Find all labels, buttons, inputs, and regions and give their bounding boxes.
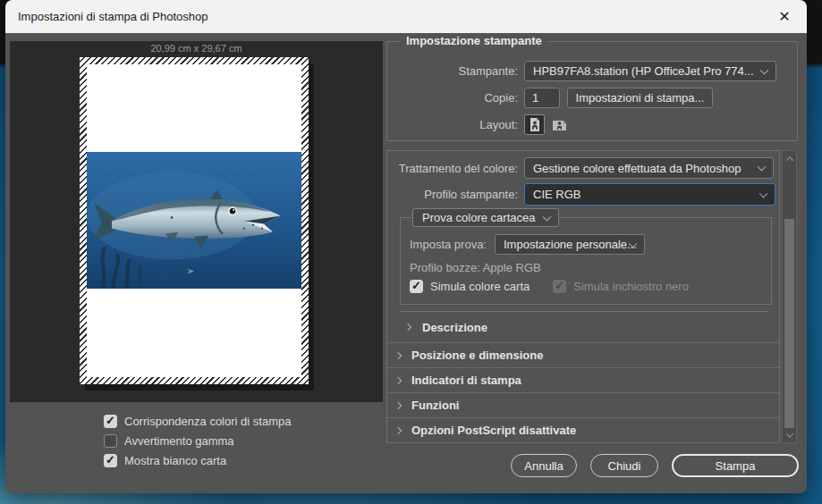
- chevron-right-icon: [394, 351, 402, 358]
- gamut-warning-option[interactable]: Avvertimento gamma: [104, 431, 291, 450]
- section-label: Funzioni: [411, 399, 459, 412]
- proof-setup-value: Impostazione personale...: [504, 238, 637, 251]
- printer-label: Stampante:: [387, 64, 518, 78]
- copies-label: Copie:: [387, 91, 518, 105]
- printer-profile-value: CIE RGB: [533, 188, 580, 201]
- landscape-orientation-icon: [552, 118, 567, 131]
- checkbox-label: Avvertimento gamma: [124, 434, 234, 448]
- proof-setup-select[interactable]: Impostazione personale...: [495, 234, 645, 255]
- window-title: Impostazioni di stampa di Photoshop: [18, 10, 208, 23]
- print-button[interactable]: Stampa: [672, 454, 799, 477]
- chevron-right-icon: [394, 401, 402, 408]
- chevron-right-icon: [404, 323, 411, 331]
- checkbox-label: Corrispondenza colori di stampa: [124, 415, 291, 428]
- layout-portrait-button[interactable]: [524, 114, 545, 135]
- section-printing-marks[interactable]: Indicatori di stampa: [387, 367, 779, 392]
- section-functions[interactable]: Funzioni: [387, 392, 779, 417]
- match-print-colors-option[interactable]: Corrispondenza colori di stampa: [104, 411, 291, 431]
- titlebar: Impostazioni di stampa di Photoshop ✕: [5, 0, 807, 33]
- chevron-down-icon: [759, 189, 768, 197]
- section-label: Posizione e dimensione: [411, 349, 543, 362]
- simulate-paper-color-label: Simula colore carta: [430, 280, 530, 293]
- accordion-sections: Posizione e dimensione Indicatori di sta…: [387, 342, 779, 442]
- barracuda-photo: [87, 152, 301, 289]
- proof-group: Prova colore cartacea Imposta prova: Imp…: [400, 217, 772, 305]
- cancel-button[interactable]: Annulla: [511, 454, 577, 477]
- scroll-up-icon[interactable]: [783, 152, 796, 165]
- chevron-right-icon: [394, 376, 402, 383]
- color-handling-value: Gestione colore effettuata da Photoshop: [533, 162, 741, 175]
- section-label: Opzioni PostScript disattivate: [411, 424, 576, 437]
- paper-printable-area: [87, 64, 301, 377]
- portrait-orientation-icon: [528, 117, 541, 132]
- section-description-label: Descrizione: [422, 321, 487, 334]
- close-button[interactable]: Chiudi: [590, 454, 658, 477]
- simulate-black-ink-label: Simula inchiostro nero: [573, 280, 689, 293]
- dialog-body: 20,99 cm x 29,67 cm: [5, 33, 807, 493]
- scrollbar-thumb[interactable]: [784, 219, 794, 428]
- divider: [401, 311, 768, 312]
- printer-setup-group: Impostazione stampante Stampante: HPB97F…: [386, 41, 798, 141]
- layout-landscape-button[interactable]: [549, 114, 570, 135]
- chevron-down-icon: [760, 65, 769, 74]
- show-paper-white-option[interactable]: Mostra bianco carta: [104, 450, 291, 470]
- layout-label: Layout:: [387, 118, 518, 131]
- printer-profile-label: Profilo stampante:: [387, 188, 518, 201]
- color-handling-label: Trattamento del colore:: [387, 162, 518, 175]
- chevron-down-icon: [543, 212, 552, 221]
- preview-options: Corrispondenza colori di stampa Avvertim…: [104, 411, 291, 470]
- proof-mode-value: Prova colore cartacea: [422, 211, 535, 224]
- print-preview-panel: 20,99 cm x 29,67 cm: [10, 41, 383, 402]
- paper-dimensions-label: 20,99 cm x 29,67 cm: [10, 43, 383, 54]
- chevron-right-icon: [394, 426, 402, 433]
- scroll-down-icon[interactable]: [783, 428, 796, 441]
- section-description[interactable]: Descrizione: [405, 315, 487, 339]
- chevron-down-icon: [758, 163, 767, 172]
- color-handling-select[interactable]: Gestione colore effettuata da Photoshop: [524, 157, 774, 179]
- section-postscript-options[interactable]: Opzioni PostScript disattivate: [387, 417, 779, 442]
- proof-mode-select[interactable]: Prova colore cartacea: [412, 208, 559, 227]
- close-icon[interactable]: ✕: [767, 4, 801, 29]
- show-paper-white-checkbox[interactable]: [104, 454, 117, 467]
- checkbox-label: Mostra bianco carta: [124, 454, 226, 467]
- printer-select[interactable]: HPB97FA8.station (HP OfficeJet Pro 774..…: [524, 61, 776, 81]
- simulate-paper-color-checkbox[interactable]: [410, 280, 423, 293]
- printer-setup-title: Impostazione stampante: [400, 34, 548, 47]
- printer-profile-select[interactable]: CIE RGB: [524, 183, 775, 206]
- simulate-black-ink-checkbox: [553, 280, 566, 293]
- proof-setup-label: Imposta prova:: [410, 238, 487, 251]
- section-position-size[interactable]: Posizione e dimensione: [387, 342, 779, 367]
- printer-select-value: HPB97FA8.station (HP OfficeJet Pro 774..…: [533, 64, 754, 78]
- gamut-warning-checkbox[interactable]: [104, 434, 117, 448]
- print-settings-dialog: Impostazioni di stampa di Photoshop ✕ 20…: [5, 0, 807, 493]
- color-management-group: Trattamento del colore: Gestione colore …: [386, 150, 780, 443]
- copies-input[interactable]: 1: [524, 88, 560, 108]
- print-settings-button[interactable]: Impostazioni di stampa...: [567, 88, 713, 108]
- section-label: Indicatori di stampa: [411, 374, 521, 387]
- settings-scrollbar[interactable]: [782, 150, 797, 443]
- match-print-colors-checkbox[interactable]: [104, 415, 117, 428]
- paper-preview: [80, 57, 309, 384]
- proof-profile-text: Profilo bozze: Apple RGB: [410, 261, 541, 274]
